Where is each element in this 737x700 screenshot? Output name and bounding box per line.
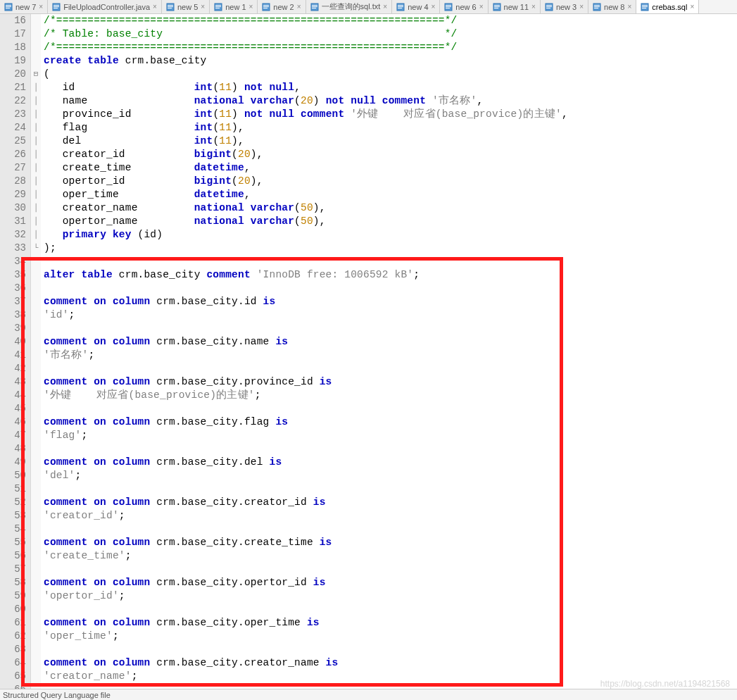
file-icon: [641, 3, 649, 11]
code-line[interactable]: [44, 402, 737, 415]
code-line[interactable]: comment on column crm.base_city.id is: [44, 295, 737, 308]
code-line[interactable]: opertor_name national varchar(50),: [44, 215, 737, 228]
code-line[interactable]: [44, 523, 737, 536]
svg-rect-33: [494, 5, 500, 6]
close-icon[interactable]: ×: [627, 3, 631, 11]
code-line[interactable]: 'del';: [44, 469, 737, 482]
line-number: 46: [0, 415, 26, 429]
code-line[interactable]: 'oper_time';: [44, 630, 737, 643]
line-number: 38: [0, 308, 26, 322]
svg-rect-37: [546, 5, 552, 6]
code-line[interactable]: [44, 563, 737, 576]
code-line[interactable]: create table crm.base_city: [44, 54, 737, 68]
code-line[interactable]: );: [44, 242, 737, 255]
line-number: 26: [0, 148, 26, 161]
close-icon[interactable]: ×: [690, 3, 694, 11]
code-line[interactable]: creator_id bigint(20),: [44, 148, 737, 161]
code-line[interactable]: comment on column crm.base_city.del is: [44, 456, 737, 469]
code-line[interactable]: [44, 255, 737, 268]
code-line[interactable]: /*======================================…: [44, 41, 737, 54]
tab--sql-txt[interactable]: 一些查询的sql.txt×: [306, 0, 393, 13]
code-line[interactable]: alter table crm.base_city comment 'InnoD…: [44, 268, 737, 282]
close-icon[interactable]: ×: [531, 3, 536, 11]
close-icon[interactable]: ×: [249, 3, 253, 11]
line-number: 19: [0, 54, 26, 68]
tab-FileUploadController-java[interactable]: FileUploadController.java×: [48, 0, 162, 13]
code-line[interactable]: oper_time datetime,: [44, 188, 737, 201]
tab-new-2[interactable]: new 2×: [258, 0, 305, 13]
tab-new-7[interactable]: new 7×: [0, 0, 48, 13]
editor[interactable]: 1617181920212223242526272829303132333435…: [0, 14, 737, 689]
code-line[interactable]: '市名称';: [44, 349, 737, 362]
close-icon[interactable]: ×: [579, 3, 584, 11]
code-line[interactable]: comment on column crm.base_city.create_t…: [44, 536, 737, 549]
line-number: 63: [0, 643, 26, 656]
code-line[interactable]: [44, 442, 737, 456]
svg-rect-23: [312, 8, 316, 8]
fold-marker: [31, 402, 41, 415]
code-line[interactable]: /* Table: base_city */: [44, 27, 737, 41]
code-line[interactable]: comment on column crm.base_city.opertor_…: [44, 576, 737, 589]
code-line[interactable]: flag int(11),: [44, 121, 737, 135]
code-line[interactable]: primary key (id): [44, 228, 737, 242]
code-line[interactable]: [44, 362, 737, 375]
code-line[interactable]: comment on column crm.base_city.name is: [44, 335, 737, 349]
svg-rect-5: [53, 5, 59, 6]
code-line[interactable]: /*======================================…: [44, 14, 737, 27]
file-icon: [262, 3, 270, 11]
line-number: 42: [0, 362, 26, 375]
code-line[interactable]: comment on column crm.base_city.flag is: [44, 415, 737, 429]
tab-new-1[interactable]: new 1×: [210, 0, 258, 13]
close-icon[interactable]: ×: [383, 3, 387, 11]
close-icon[interactable]: ×: [479, 3, 484, 11]
fold-marker: │: [31, 148, 41, 161]
code-line[interactable]: [44, 643, 737, 656]
code-line[interactable]: 'create_time';: [44, 549, 737, 563]
code-line[interactable]: creator_name national varchar(50),: [44, 201, 737, 215]
code-line[interactable]: [44, 282, 737, 295]
svg-rect-27: [398, 8, 402, 8]
code-line[interactable]: comment on column crm.base_city.creator_…: [44, 496, 737, 509]
code-line[interactable]: comment on column crm.base_city.creator_…: [44, 656, 737, 670]
code-line[interactable]: province_id int(11) not null comment '外键…: [44, 108, 737, 121]
line-number-gutter: 1617181920212223242526272829303132333435…: [0, 14, 31, 689]
code-line[interactable]: (: [44, 68, 737, 81]
fold-marker: [31, 389, 41, 402]
tab-new-4[interactable]: new 4×: [392, 0, 440, 13]
svg-rect-26: [398, 6, 403, 7]
code-line[interactable]: 'opertor_id';: [44, 589, 737, 603]
tab-label: new 6: [455, 3, 476, 11]
code-line[interactable]: opertor_id bigint(20),: [44, 175, 737, 188]
tab-new-3[interactable]: new 3×: [541, 0, 588, 13]
code-line[interactable]: 'flag';: [44, 429, 737, 442]
code-line[interactable]: comment on column crm.base_city.province…: [44, 375, 737, 389]
line-number: 24: [0, 121, 26, 135]
code-line[interactable]: [44, 322, 737, 335]
close-icon[interactable]: ×: [201, 3, 205, 11]
code-line[interactable]: [44, 603, 737, 616]
close-icon[interactable]: ×: [39, 3, 43, 11]
code-line[interactable]: id int(11) not null,: [44, 81, 737, 94]
fold-marker: [31, 442, 41, 456]
tab-crebas-sql[interactable]: crebas.sql×: [636, 0, 699, 13]
tab-new-6[interactable]: new 6×: [440, 0, 488, 13]
close-icon[interactable]: ×: [432, 3, 436, 11]
code-line[interactable]: [44, 482, 737, 496]
code-line[interactable]: 'id';: [44, 308, 737, 322]
fold-marker: [31, 670, 41, 683]
file-icon: [310, 3, 319, 11]
code-line[interactable]: name national varchar(20) not null comme…: [44, 94, 737, 108]
tab-new-5[interactable]: new 5×: [162, 0, 210, 13]
svg-rect-30: [446, 6, 451, 7]
fold-marker: [31, 456, 41, 469]
code-line[interactable]: create_time datetime,: [44, 161, 737, 175]
tab-new-11[interactable]: new 11×: [489, 0, 541, 13]
tab-new-8[interactable]: new 8×: [588, 0, 636, 13]
code-line[interactable]: '外键 对应省(base_provice)的主键';: [44, 389, 737, 402]
close-icon[interactable]: ×: [153, 3, 157, 11]
close-icon[interactable]: ×: [297, 3, 301, 11]
code-area[interactable]: /*======================================…: [41, 14, 737, 689]
code-line[interactable]: 'creator_id';: [44, 509, 737, 523]
code-line[interactable]: comment on column crm.base_city.oper_tim…: [44, 616, 737, 630]
code-line[interactable]: del int(11),: [44, 135, 737, 148]
